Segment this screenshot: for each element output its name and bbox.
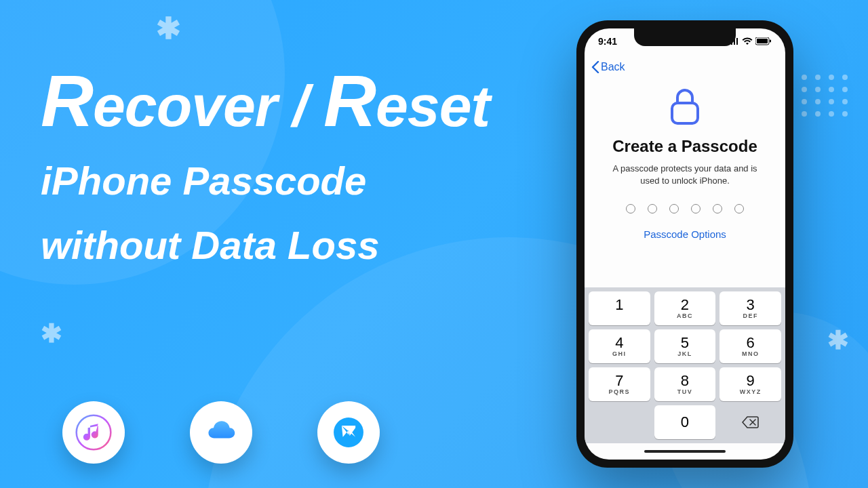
svg-rect-7 <box>757 39 768 43</box>
keypad-key-8[interactable]: 8TUV <box>654 367 716 401</box>
asterisk-icon: ✱ <box>827 325 849 355</box>
asterisk-icon: ✱ <box>41 319 62 348</box>
nav-bar: Back <box>585 54 785 80</box>
mobiletrans-icon <box>317 401 380 464</box>
keypad-key-7[interactable]: 7PQRS <box>589 367 650 401</box>
keypad-key-0[interactable]: 0 <box>654 405 716 439</box>
passcode-options-link[interactable]: Passcode Options <box>602 228 768 240</box>
hero-text: Recover / Reset iPhone Passcode without … <box>41 64 542 266</box>
icloud-icon <box>190 401 252 464</box>
wifi-icon <box>742 37 753 45</box>
keypad-key-5[interactable]: 5JKL <box>654 329 716 363</box>
back-label: Back <box>601 61 625 73</box>
app-icon-row <box>62 401 380 464</box>
passcode-title: Create a Passcode <box>602 137 768 156</box>
lock-icon <box>668 85 702 126</box>
passcode-subtitle: A passcode protects your data and is use… <box>602 163 768 186</box>
keypad-key-3[interactable]: 3DEF <box>719 291 781 325</box>
asterisk-icon: ✱ <box>156 11 181 45</box>
keypad-key-1[interactable]: 1 <box>589 291 650 325</box>
iphone-mockup: 9:41 Back Create a Passcode A passcode p… <box>576 20 793 468</box>
hero-line3: without Data Loss <box>41 225 542 266</box>
battery-icon <box>755 37 772 45</box>
passcode-dots <box>602 204 768 214</box>
svg-rect-9 <box>672 103 698 123</box>
keypad-key-6[interactable]: 6MNO <box>719 329 781 363</box>
keypad-blank <box>589 405 650 439</box>
itunes-icon <box>62 401 125 464</box>
iphone-notch <box>634 28 736 46</box>
numeric-keypad: 1 2ABC3DEF4GHI5JKL6MNO7PQRS8TUV9WXYZ0 <box>585 287 785 443</box>
status-time: 9:41 <box>598 36 617 47</box>
svg-rect-5 <box>736 38 738 45</box>
back-button[interactable]: Back <box>591 61 625 73</box>
chevron-left-icon <box>591 61 599 73</box>
keypad-delete[interactable] <box>719 405 781 439</box>
keypad-key-2[interactable]: 2ABC <box>654 291 716 325</box>
svg-rect-8 <box>770 40 771 43</box>
keypad-key-4[interactable]: 4GHI <box>589 329 650 363</box>
hero-line1: Recover / Reset <box>41 64 542 138</box>
hero-line2: iPhone Passcode <box>41 161 542 202</box>
home-indicator <box>585 443 785 460</box>
keypad-key-9[interactable]: 9WXYZ <box>719 367 781 401</box>
